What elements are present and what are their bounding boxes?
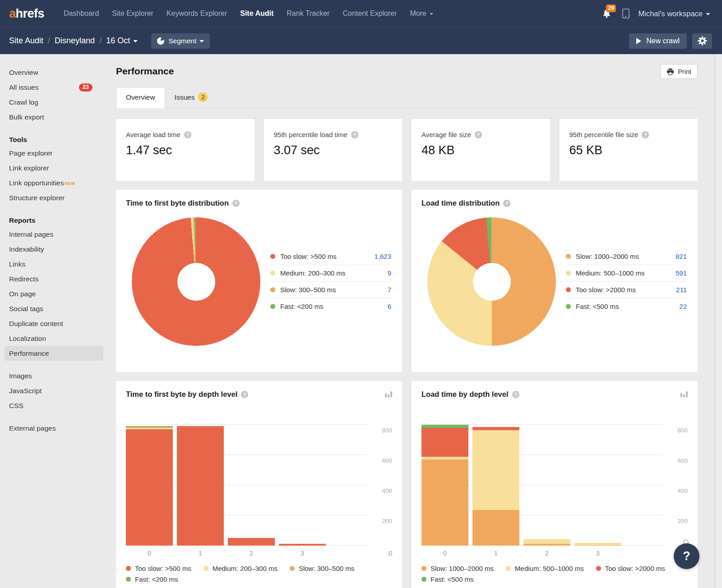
settings-button[interactable] [692,33,712,49]
sidebar-item-redirects[interactable]: Redirects [0,271,106,286]
legend-dot [421,577,426,582]
chevron-down-icon [199,40,204,42]
sidebar-item-label: Localization [9,335,46,343]
sidebar-item-indexability[interactable]: Indexability [0,242,106,257]
sidebar-item-label: Structure explorer [9,194,65,202]
tab-overview[interactable]: Overview [116,87,165,108]
x-axis-tick-label: 1 [199,550,202,557]
x-axis-labels: 01230 [421,546,688,559]
sidebar-item-external-pages[interactable]: External pages [0,421,106,436]
nav-item-keywords-explorer[interactable]: Keywords Explorer [167,9,227,18]
sidebar-item-internal-pages[interactable]: Internal pages [0,227,106,242]
segment-button[interactable]: Segment [151,33,210,49]
chart-title: Time to first byte by depth level [126,390,237,399]
help-icon[interactable]: ? [503,200,510,207]
help-icon[interactable]: ? [351,131,358,138]
legend-value-link[interactable]: 7 [388,286,391,294]
legend-value-link[interactable]: 9 [388,269,391,277]
nav-item-site-explorer[interactable]: Site Explorer [112,9,153,18]
vertical-scrollbar[interactable] [715,54,722,588]
gridline [126,424,367,425]
sidebar-item-link-explorer[interactable]: Link explorer [0,161,106,176]
help-icon[interactable]: ? [475,131,482,138]
nav-item-site-audit[interactable]: Site Audit [240,9,273,18]
ahrefs-logo[interactable]: ahrefs [9,7,44,21]
site-audit-app: ahrefs DashboardSite ExplorerKeywords Ex… [0,0,722,588]
chart-title-row: Load time by depth level? [421,390,688,399]
sidebar-item-social-tags[interactable]: Social tags [0,301,106,316]
breadcrumb-project[interactable]: Disneyland [55,36,95,46]
sidebar-item-overview[interactable]: Overview [0,65,106,80]
sidebar-item-duplicate-content[interactable]: Duplicate content [0,316,106,331]
sidebar-item-crawl-log[interactable]: Crawl log [0,95,106,110]
y-axis-tick-label: 400 [677,487,688,494]
breadcrumb-separator: / [99,36,102,46]
y-axis-zero-label: 0 [389,550,392,557]
help-icon[interactable]: ? [232,200,240,207]
legend-value-link[interactable]: 22 [679,303,687,310]
nav-item-rank-tracker[interactable]: Rank Tracker [287,9,329,18]
print-button[interactable]: Print [660,64,698,79]
sidebar-item-all-issues[interactable]: All issues23 [0,80,106,95]
x-axis-tick-label: 2 [250,550,253,557]
legend-label: Fast: <500 ms [576,303,619,310]
legend-value-link[interactable]: 211 [676,286,687,294]
sidebar-item-on-page[interactable]: On page [0,286,106,301]
sidebar-item-css[interactable]: CSS [0,398,106,413]
x-axis-tick-label: 0 [148,550,151,557]
tab-issues-label: Issues [175,93,195,101]
breadcrumb-site-audit[interactable]: Site Audit [9,36,43,46]
help-icon[interactable]: ? [642,131,649,138]
notifications-button[interactable]: 29 [602,8,612,19]
help-icon[interactable]: ? [184,131,191,138]
help-floating-button[interactable]: ? [674,543,699,569]
x-axis-tick-label: 3 [596,550,600,557]
crawl-date-dropdown[interactable]: 16 Oct [106,36,138,46]
sidebar-item-link-opportunities[interactable]: Link opportunitiesNEW [0,176,106,191]
chart-type-icon[interactable] [680,391,688,397]
sidebar-group: ImagesJavaScriptCSS [0,368,106,413]
sidebar-item-images[interactable]: Images [0,368,106,383]
workspace-menu[interactable]: Michal's workspace [638,9,710,18]
sidebar-group: ToolsPage explorerLink explorerLink oppo… [0,132,106,206]
bar-charts-row: Time to first byte by depth level?200400… [116,381,698,588]
content-area: OverviewAll issues23Crawl logBulk export… [0,54,722,588]
sidebar-item-page-explorer[interactable]: Page explorer [0,146,106,161]
new-crawl-button[interactable]: New crawl [629,33,687,49]
sidebar-item-javascript[interactable]: JavaScript [0,383,106,398]
stat-value: 3.07 sec [274,143,393,157]
legend-value-link[interactable]: 1,623 [374,253,391,260]
workspace-label: Michal's workspace [638,9,703,18]
legend-dot [270,304,275,309]
legend-label: Too slow: >2000 ms [605,565,665,572]
tab-issues[interactable]: Issues 2 [165,87,218,108]
stat-label-text: 95th percentile file size [569,131,639,138]
legend-label: Medium: 200–300 ms [213,565,278,572]
help-icon[interactable]: ? [241,391,248,398]
nav-item-content-explorer[interactable]: Content Explorer [342,9,397,18]
legend-dot [290,566,295,571]
sidebar-section-reports: Reports [0,213,106,227]
sidebar-item-performance[interactable]: Performance [5,346,103,361]
sidebar-item-bulk-export[interactable]: Bulk export [0,110,106,124]
legend-label: Slow: 1000–2000 ms [576,253,639,260]
sidebar-item-links[interactable]: Links [0,257,106,271]
sidebar-item-structure-explorer[interactable]: Structure explorer [0,191,106,206]
y-axis-tick-label: 800 [382,427,392,434]
legend-row: Slow: 1000–2000 ms821 [566,248,687,265]
nav-item-dashboard[interactable]: Dashboard [64,9,99,18]
legend-value-link[interactable]: 6 [388,303,391,310]
chart-card-load-time-distribution: Load time distribution?Slow: 1000–2000 m… [412,190,698,372]
chart-type-icon[interactable] [385,391,392,397]
sidebar-item-label: All issues [9,83,38,92]
issues-count-badge: 2 [198,92,208,102]
help-icon[interactable]: ? [512,391,519,398]
sidebar-group: OverviewAll issues23Crawl logBulk export [0,65,106,124]
legend-value-link[interactable]: 821 [676,253,687,260]
tab-overview-label: Overview [126,93,155,101]
nav-item-more[interactable]: More [410,9,433,18]
legend-value-link[interactable]: 591 [676,269,687,277]
legend-item: Medium: 500–1000 ms [506,565,584,572]
sidebar-item-localization[interactable]: Localization [0,331,106,346]
device-icon[interactable] [621,8,631,19]
